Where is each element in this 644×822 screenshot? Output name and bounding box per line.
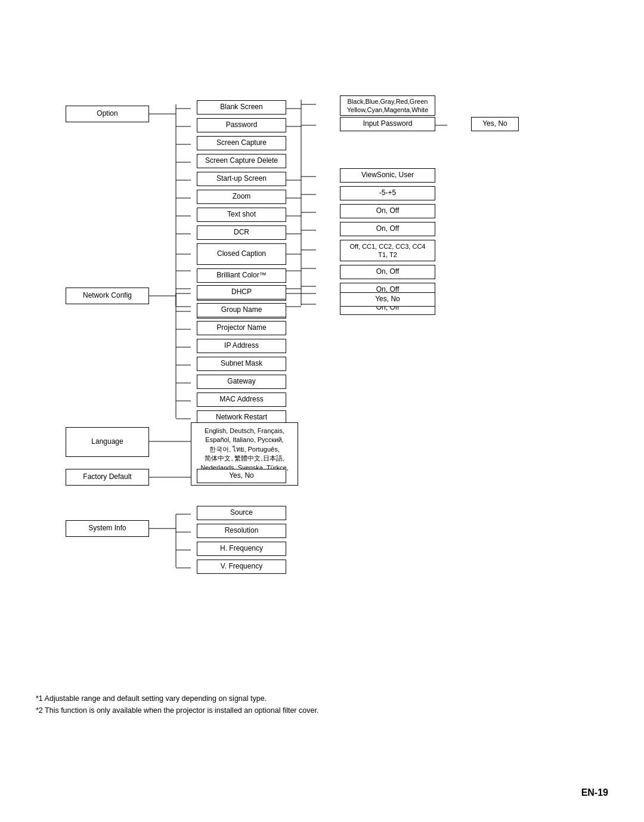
resolution-label: Resolution: [225, 526, 259, 536]
screen-capture-delete-label: Screen Capture Delete: [205, 156, 278, 166]
diagram-area: Option Network Config Language Factory D…: [66, 36, 578, 608]
on-off-textshot-label: On, Off: [376, 206, 399, 216]
on-off-dcr-label: On, Off: [376, 224, 399, 234]
page-number: EN-19: [581, 787, 608, 798]
screen-capture-delete-box: Screen Capture Delete: [197, 154, 286, 168]
text-shot-label: Text shot: [227, 210, 256, 220]
h-frequency-label: H. Frequency: [220, 544, 263, 554]
factory-default-value-label: Yes, No: [229, 471, 254, 481]
footnote-1: *1 Adjustable range and default setting …: [36, 694, 318, 703]
closed-caption-box: Closed Caption: [197, 243, 286, 265]
closed-caption-label: Closed Caption: [217, 249, 266, 259]
viewsonic-user-box: ViewSonic, User: [340, 168, 435, 183]
cc-options-label: Off, CC1, CC2, CC3, CC4T1, T2: [350, 242, 426, 259]
dhcp-label: DHCP: [231, 288, 252, 297]
mac-address-box: MAC Address: [197, 393, 286, 407]
brilliant-color-label: Brilliant Color™: [216, 271, 266, 280]
on-off-brilliant-label: On, Off: [376, 267, 399, 277]
input-password-label: Input Password: [363, 119, 413, 129]
page-container: Option Network Config Language Factory D…: [0, 0, 644, 822]
yes-no-box: Yes, No: [471, 117, 519, 131]
cc-options-box: Off, CC1, CC2, CC3, CC4T1, T2: [340, 240, 435, 261]
option-label: Option: [97, 109, 117, 119]
zoom-label: Zoom: [233, 192, 251, 202]
input-password-box: Input Password: [340, 117, 435, 131]
network-restart-label: Network Restart: [216, 413, 267, 422]
group-name-label: Group Name: [221, 305, 262, 315]
dhcp-box: DHCP: [197, 285, 286, 299]
h-frequency-box: H. Frequency: [197, 542, 286, 556]
dcr-box: DCR: [197, 225, 286, 240]
language-label: Language: [91, 437, 123, 447]
network-config-box: Network Config: [66, 288, 149, 304]
startup-screen-box: Start-up Screen: [197, 172, 286, 186]
group-name-box: Group Name: [197, 303, 286, 317]
on-off-dcr-box: On, Off: [340, 222, 435, 236]
language-box: Language: [66, 427, 149, 457]
zoom-box: Zoom: [197, 190, 286, 204]
factory-default-label: Factory Default: [83, 472, 131, 482]
projector-name-box: Projector Name: [197, 321, 286, 335]
viewsonic-user-label: ViewSonic, User: [361, 171, 414, 180]
blank-screen-options-label: Black,Blue,Gray,Red,GreenYellow,Cyan,Mag…: [347, 97, 429, 115]
source-label: Source: [230, 508, 253, 518]
password-box: Password: [197, 118, 286, 132]
footnotes-area: *1 Adjustable range and default setting …: [36, 694, 318, 715]
password-label: Password: [226, 120, 258, 130]
blank-screen-label: Blank Screen: [220, 103, 262, 112]
text-shot-box: Text shot: [197, 208, 286, 222]
system-info-box: System Info: [66, 520, 149, 537]
ip-address-label: IP Address: [224, 341, 259, 351]
factory-default-value-box: Yes, No: [197, 469, 286, 483]
gateway-label: Gateway: [227, 377, 255, 387]
mac-address-label: MAC Address: [219, 395, 263, 404]
subnet-mask-box: Subnet Mask: [197, 357, 286, 371]
dcr-label: DCR: [234, 228, 249, 237]
zoom-values-box: -5-+5: [340, 186, 435, 200]
blank-screen-box: Blank Screen: [197, 100, 286, 115]
dhcp-yes-no-box: Yes, No: [340, 292, 435, 307]
blank-screen-options-box: Black,Blue,Gray,Red,GreenYellow,Cyan,Mag…: [340, 95, 435, 116]
network-config-label: Network Config: [83, 291, 132, 301]
ip-address-box: IP Address: [197, 339, 286, 353]
system-info-label: System Info: [88, 524, 126, 533]
v-frequency-box: V. Frequency: [197, 560, 286, 574]
brilliant-color-box: Brilliant Color™: [197, 268, 286, 283]
source-box: Source: [197, 506, 286, 520]
screen-capture-box: Screen Capture: [197, 136, 286, 150]
on-off-brilliant-box: On, Off: [340, 265, 435, 279]
footnote-2: *2 This function is only available when …: [36, 706, 318, 715]
zoom-values-label: -5-+5: [379, 188, 396, 198]
resolution-box: Resolution: [197, 524, 286, 538]
subnet-mask-label: Subnet Mask: [221, 359, 262, 369]
screen-capture-label: Screen Capture: [216, 138, 267, 148]
option-box: Option: [66, 106, 149, 122]
yes-no-label: Yes, No: [482, 119, 507, 129]
dhcp-yes-no-label: Yes, No: [375, 295, 400, 304]
factory-default-box: Factory Default: [66, 469, 149, 486]
v-frequency-label: V. Frequency: [221, 562, 262, 571]
startup-screen-label: Start-up Screen: [216, 174, 267, 184]
on-off-textshot-box: On, Off: [340, 204, 435, 218]
gateway-box: Gateway: [197, 375, 286, 389]
projector-name-label: Projector Name: [216, 323, 266, 333]
